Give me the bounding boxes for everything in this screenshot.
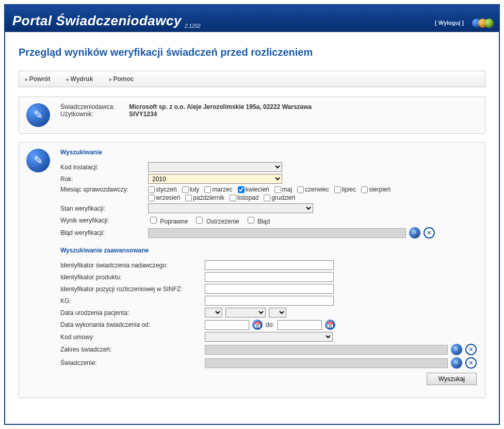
month-checkbox[interactable] [148,186,155,193]
clear-icon[interactable]: ✕ [465,344,477,355]
month-checkbox[interactable] [185,195,192,201]
stan-select[interactable] [148,203,313,213]
wynik-label: Wynik weryfikacji: [60,217,148,224]
month-checkbox[interactable] [238,186,245,193]
provider-value: Microsoft sp. z o.o. Aleje Jerozolimskie… [129,103,312,110]
calendar-to-icon[interactable]: 📅 [325,320,335,330]
month-option[interactable]: sierpień [361,186,391,193]
rok-label: Rok: [60,176,148,183]
month-option[interactable]: maj [274,186,292,193]
do-label: do: [266,321,274,328]
provider-info-panel: ✎ Świadczeniodawca: Microsoft sp. z o.o.… [19,97,485,134]
month-option[interactable]: październik [185,194,224,201]
logout-link[interactable]: [ Wyloguj ] [435,20,464,26]
month-checkbox[interactable] [361,186,368,193]
clear-icon[interactable]: ✕ [465,357,477,369]
month-checkbox[interactable] [274,186,281,193]
app-title: Portal Świadczeniodawcy [12,13,182,29]
calendar-from-icon[interactable]: 📅 [252,320,263,330]
miesiac-label: Miesiąc sprawozdawczy: [60,186,148,193]
edit-icon: ✎ [26,149,50,172]
kod-umowy-label: Kod umowy: [60,333,205,341]
zakres-input[interactable] [205,345,448,355]
lookup-icon[interactable]: 🔍 [451,344,462,355]
dob-year-select[interactable] [269,308,286,317]
months-group: styczeń luty marzec kwiecień maj czerwie… [148,186,396,201]
id-swiad-label: Identyfikator świadczenia nadawczego: [60,262,205,269]
wynik-group: Poprawne Ostrzeżenie Błąd [148,215,477,225]
month-checkbox[interactable] [182,186,189,193]
month-checkbox[interactable] [297,186,304,193]
dob-day-select[interactable] [205,308,222,317]
search-heading: Wyszukiwanie [60,149,477,156]
month-option[interactable]: kwiecień [238,186,269,193]
lookup-icon[interactable]: 🔍 [451,357,462,369]
month-option[interactable]: grudzień [264,194,295,201]
toolbar-print[interactable]: Wydruk [67,75,93,83]
kg-input[interactable] [205,296,334,306]
user-value: SIVY1234 [129,110,157,118]
search-button[interactable]: Wyszukaj [427,373,477,385]
month-checkbox[interactable] [334,186,341,193]
search-panel: ✎ Wyszukiwanie Kod instalacji: Rok: 2010… [19,142,485,398]
id-prod-input[interactable] [205,272,334,282]
app-version: 2.1202 [185,23,201,29]
month-checkbox[interactable] [204,186,211,193]
advanced-heading: Wyszukiwanie zaawansowane [60,247,477,254]
id-poz-input[interactable] [205,284,334,294]
document-icon: ✎ [26,103,50,127]
swiadczenie-label: Świadczenie: [60,359,205,367]
zakres-label: Zakres świadczeń: [60,346,205,353]
month-option[interactable]: czerwiec [297,186,329,193]
provider-label: Świadczeniodawca: [60,103,127,110]
month-option[interactable]: listopad [230,194,258,201]
kg-label: KG: [60,297,205,305]
data-ur-label: Data urodzenia pacjenta: [60,309,205,316]
toolbar: Powrót Wydruk Pomoc [19,71,485,87]
date-from-input[interactable] [205,320,249,330]
brand-logo-icon [475,19,494,28]
lookup-icon[interactable]: 🔍 [409,227,420,239]
date-to-input[interactable] [278,320,322,330]
wynik-poprawne-checkbox[interactable] [150,217,157,224]
month-option[interactable]: wrzesień [148,194,180,201]
rok-select[interactable]: 2010 [148,174,282,184]
page-title: Przegląd wyników weryfikacji świadczeń p… [19,46,485,58]
data-wyk-label: Data wykonania świadczenia od: [60,321,205,328]
blad-input[interactable] [148,228,406,238]
id-prod-label: Identyfikator produktu: [60,274,205,281]
month-checkbox[interactable] [230,195,236,201]
month-option[interactable]: luty [182,186,200,193]
wynik-ostrzezenie-checkbox[interactable] [196,217,203,224]
app-frame: Portal Świadczeniodawcy 2.1202 [ Wyloguj… [4,4,500,425]
kod-instalacji-label: Kod instalacji: [60,164,148,171]
stan-label: Stan weryfikacji: [60,205,148,212]
toolbar-help[interactable]: Pomoc [109,75,134,83]
dob-month-select[interactable] [225,308,266,317]
content: Przegląd wyników weryfikacji świadczeń p… [5,32,499,422]
user-label: Użytkownik: [60,110,127,118]
month-option[interactable]: lipiec [334,186,356,193]
swiadczenie-input[interactable] [205,358,448,368]
clear-icon[interactable]: ✕ [424,227,435,239]
toolbar-back[interactable]: Powrót [25,75,50,83]
header: Portal Świadczeniodawcy 2.1202 [ Wyloguj… [5,5,499,32]
kod-umowy-select[interactable] [205,332,333,342]
kod-instalacji-select[interactable] [148,162,282,172]
wynik-blad-checkbox[interactable] [248,217,254,224]
month-checkbox[interactable] [264,195,270,201]
id-poz-label: Identyfikator pozycji rozliczeniowej w S… [60,285,205,293]
month-option[interactable]: styczeń [148,186,177,193]
month-option[interactable]: marzec [204,186,232,193]
id-swiad-input[interactable] [205,260,334,270]
month-checkbox[interactable] [148,195,155,201]
blad-label: Błąd weryfikacji: [60,229,148,236]
